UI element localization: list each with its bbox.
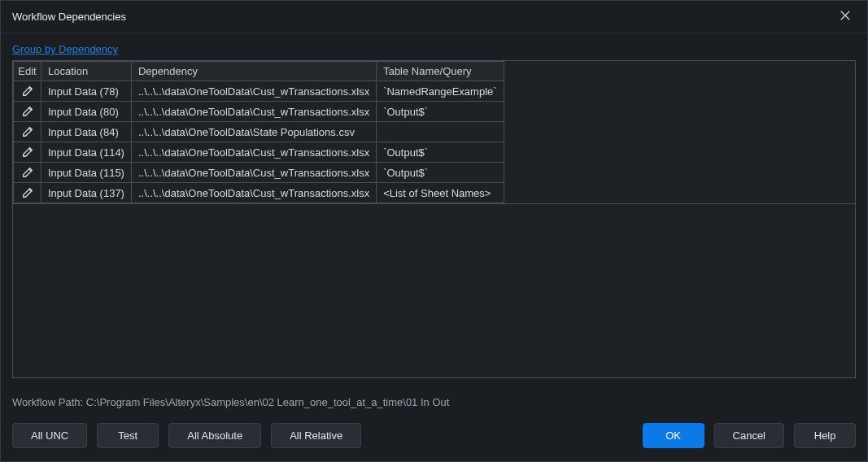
ok-button[interactable]: OK (643, 423, 704, 448)
header-edit: Edit (14, 62, 41, 81)
dependency-cell: ..\..\..\data\OneToolData\Cust_wTransact… (131, 81, 376, 102)
table-name-cell: `NamedRangeExample` (377, 81, 504, 102)
dependencies-table: Edit Location Dependency Table Name/Quer… (13, 61, 504, 203)
edit-cell (14, 163, 41, 183)
pencil-icon[interactable] (19, 164, 37, 181)
dependency-cell: ..\..\..\data\OneToolData\Cust_wTransact… (131, 142, 376, 163)
dialog-title: Workflow Dependencies (12, 11, 126, 23)
all-relative-button[interactable]: All Relative (271, 423, 361, 448)
cancel-button[interactable]: Cancel (714, 423, 784, 448)
header-table-name: Table Name/Query (377, 62, 504, 81)
edit-cell (14, 102, 41, 122)
help-button[interactable]: Help (794, 423, 856, 448)
location-cell: Input Data (114) (41, 142, 132, 163)
table-row: Input Data (115)..\..\..\data\OneToolDat… (14, 163, 504, 183)
header-dependency: Dependency (131, 62, 376, 81)
all-unc-button[interactable]: All UNC (12, 423, 87, 448)
dialog: Workflow Dependencies Group by Dependenc… (0, 0, 868, 462)
table-header-row: Edit Location Dependency Table Name/Quer… (14, 62, 504, 81)
titlebar: Workflow Dependencies (1, 1, 867, 33)
table-name-cell: `Output$` (377, 102, 504, 122)
workflow-path-value: C:\Program Files\Alteryx\Samples\en\02 L… (86, 396, 450, 408)
location-cell: Input Data (80) (41, 102, 132, 122)
pencil-icon[interactable] (19, 124, 37, 140)
dependency-cell: ..\..\..\data\OneToolData\Cust_wTransact… (131, 102, 376, 122)
table-row: Input Data (84)..\..\..\data\OneToolData… (14, 122, 504, 142)
edit-cell (14, 122, 41, 142)
group-by-dependency-link[interactable]: Group by Dependency (12, 43, 118, 55)
test-button[interactable]: Test (97, 423, 159, 448)
dependency-cell: ..\..\..\data\OneToolData\Cust_wTransact… (131, 183, 376, 203)
location-cell: Input Data (115) (41, 163, 132, 183)
edit-cell (14, 183, 41, 203)
table-name-cell: <List of Sheet Names> (377, 183, 504, 203)
all-absolute-button[interactable]: All Absolute (168, 423, 261, 448)
table-row: Input Data (80)..\..\..\data\OneToolData… (14, 102, 504, 122)
location-cell: Input Data (137) (41, 183, 132, 203)
edit-cell (14, 81, 41, 102)
button-row: All UNC Test All Absolute All Relative O… (1, 408, 867, 461)
table-row: Input Data (137)..\..\..\data\OneToolDat… (14, 183, 504, 203)
location-cell: Input Data (78) (41, 81, 132, 102)
pencil-icon[interactable] (19, 83, 37, 99)
pencil-icon[interactable] (19, 185, 37, 201)
pencil-icon[interactable] (19, 144, 37, 160)
header-location: Location (41, 62, 132, 81)
pencil-icon[interactable] (19, 103, 37, 120)
workflow-path: Workflow Path: C:\Program Files\Alteryx\… (1, 385, 867, 408)
content-area: Group by Dependency Edit Location Depend… (1, 33, 867, 385)
workflow-path-label: Workflow Path: (12, 396, 86, 408)
table-row: Input Data (78)..\..\..\data\OneToolData… (14, 81, 504, 102)
close-icon (840, 10, 851, 24)
table-name-cell (377, 122, 504, 142)
location-cell: Input Data (84) (41, 122, 132, 142)
table-name-cell: `Output$` (377, 163, 504, 183)
close-button[interactable] (835, 7, 856, 28)
table-name-cell: `Output$` (377, 142, 504, 163)
table-empty-area (12, 204, 856, 378)
table-row: Input Data (114)..\..\..\data\OneToolDat… (14, 142, 504, 163)
dependencies-table-wrap: Edit Location Dependency Table Name/Quer… (12, 60, 856, 204)
dependency-cell: ..\..\..\data\OneToolData\Cust_wTransact… (131, 163, 376, 183)
edit-cell (14, 142, 41, 163)
dependency-cell: ..\..\..\data\OneToolData\State Populati… (131, 122, 376, 142)
